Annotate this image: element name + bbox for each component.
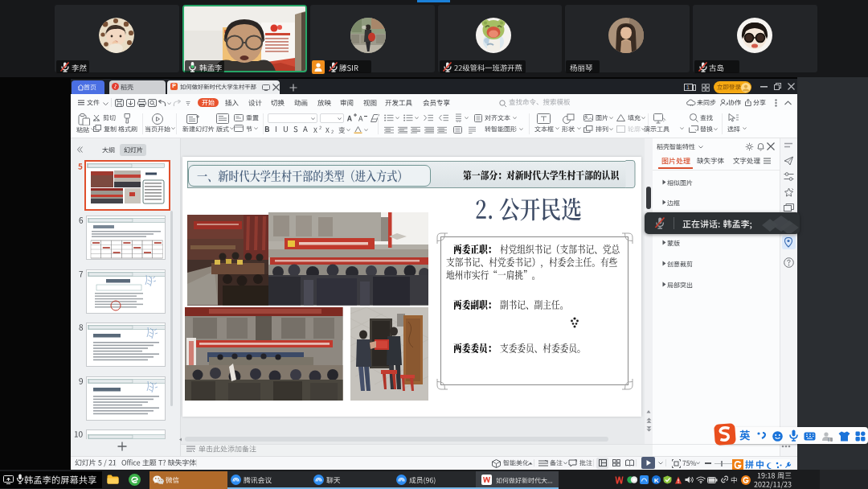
svg-text:1: 1 bbox=[686, 84, 690, 90]
svg-text:K: K bbox=[654, 477, 659, 484]
